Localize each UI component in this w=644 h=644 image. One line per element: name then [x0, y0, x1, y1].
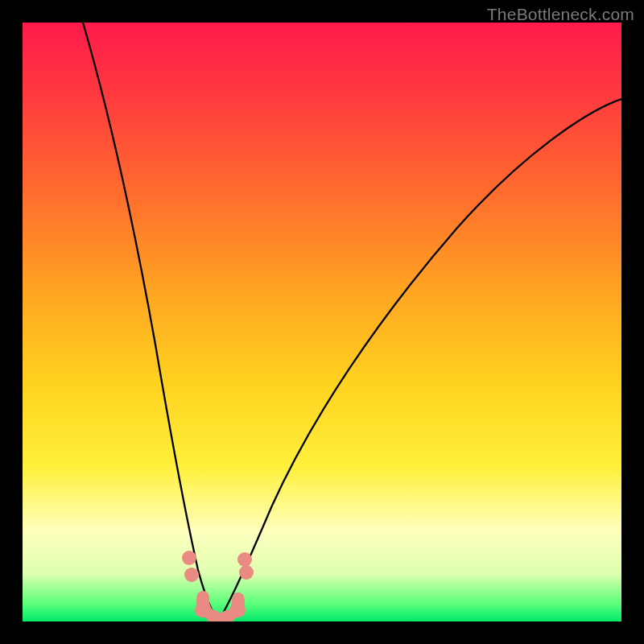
right-curve: [218, 99, 621, 621]
marker-dot: [182, 551, 196, 565]
marker-dot: [195, 603, 209, 617]
curve-layer: [23, 23, 621, 621]
marker-dot: [231, 603, 246, 617]
watermark-text: TheBottleneck.com: [487, 5, 634, 24]
chart-frame: TheBottleneck.com: [0, 0, 644, 644]
marker-cluster: [182, 551, 254, 621]
marker-dot: [239, 565, 254, 580]
marker-dot: [237, 552, 252, 567]
marker-dot: [184, 568, 199, 582]
left-curve: [83, 23, 218, 621]
plot-area: [23, 23, 621, 621]
